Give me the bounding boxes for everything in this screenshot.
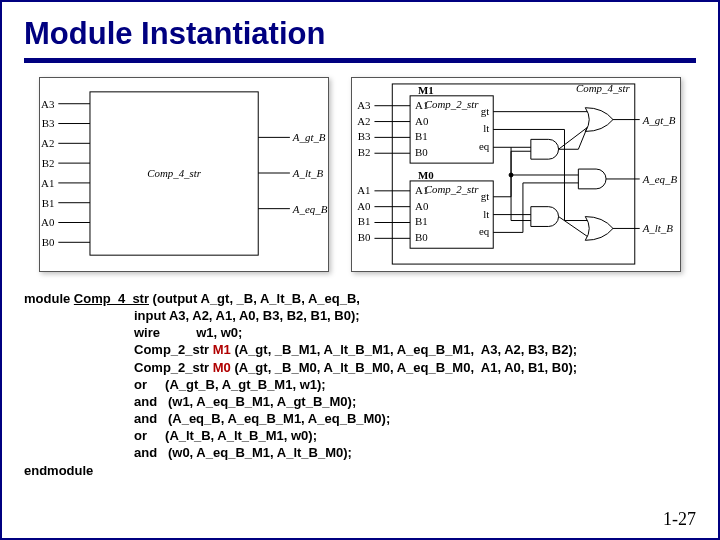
- svg-text:B0: B0: [415, 146, 428, 158]
- diagram-right: Comp_4_str M1 Comp_2_str A3A1 A2A0 B3B1 …: [351, 77, 681, 272]
- svg-text:gt: gt: [481, 105, 489, 117]
- svg-text:A0: A0: [415, 200, 429, 212]
- in-label: B3: [42, 117, 55, 129]
- in-label: B0: [42, 236, 55, 248]
- figure-row: A3 B3 A2 B2 A1: [24, 77, 696, 272]
- code-line: (A_gt, _B_M0, A_lt_B_M0, A_eq_B_M0, A1, …: [231, 360, 577, 375]
- subblock-m1: M1 Comp_2_str A3A1 A2A0 B3B1 B2B0 gt lt …: [357, 84, 493, 163]
- block-name: Comp_4_str: [147, 167, 202, 179]
- in-label: A1: [41, 177, 54, 189]
- inst-label: M0: [418, 169, 434, 181]
- type-label: Comp_2_str: [425, 98, 480, 110]
- diagram-left: A3 B3 A2 B2 A1: [39, 77, 329, 272]
- svg-text:A0: A0: [357, 200, 371, 212]
- code-block: module Comp_4_str (output A_gt, _B, A_lt…: [24, 290, 696, 479]
- svg-text:B1: B1: [358, 215, 371, 227]
- svg-text:gt: gt: [481, 190, 489, 202]
- page-number: 1-27: [663, 509, 696, 530]
- out-label: A_gt_B: [292, 131, 326, 143]
- svg-text:eq: eq: [479, 225, 490, 237]
- svg-text:A1: A1: [415, 184, 428, 196]
- code-line: input A3, A2, A1, A0, B3, B2, B1, B0);: [134, 308, 360, 323]
- type-label: Comp_2_str: [425, 183, 480, 195]
- svg-text:B1: B1: [415, 130, 428, 142]
- svg-text:B3: B3: [358, 130, 371, 142]
- svg-text:A1: A1: [415, 99, 428, 111]
- svg-text:A3: A3: [357, 99, 371, 111]
- svg-line-68: [559, 217, 588, 237]
- svg-text:B0: B0: [358, 231, 371, 243]
- inst-label: M1: [418, 84, 434, 96]
- out-label: A_lt_B: [292, 167, 324, 179]
- instance-name: M1: [213, 342, 231, 357]
- code-line: Comp_2_str: [134, 342, 213, 357]
- instance-name: M0: [213, 360, 231, 375]
- out-label: A_lt_B: [642, 222, 674, 234]
- in-label: A3: [41, 98, 55, 110]
- svg-text:lt: lt: [483, 208, 489, 220]
- kw-endmodule: endmodule: [24, 463, 93, 478]
- code-line: and (w0, A_eq_B_M1, A_lt_B_M0);: [134, 445, 352, 460]
- slide-title: Module Instantiation: [24, 16, 696, 52]
- slide: Module Instantiation A3 B3 A2: [2, 2, 718, 538]
- module-name: Comp_4_str: [74, 291, 149, 306]
- gate-network: [493, 108, 639, 241]
- left-outputs: A_gt_B A_lt_B A_eq_B: [258, 131, 327, 214]
- svg-text:A2: A2: [357, 115, 370, 127]
- out-label: A_gt_B: [642, 114, 676, 126]
- out-label: A_eq_B: [642, 173, 678, 185]
- in-label: B1: [42, 197, 55, 209]
- code-line: (A_gt, _B_M1, A_lt_B_M1, A_eq_B_M1, A3, …: [231, 342, 577, 357]
- in-label: A2: [41, 137, 54, 149]
- in-label: A0: [41, 216, 55, 228]
- code-line: and (A_eq_B, A_eq_B_M1, A_eq_B_M0);: [134, 411, 390, 426]
- title-underline: [24, 58, 696, 63]
- svg-text:B0: B0: [415, 231, 428, 243]
- svg-text:B1: B1: [415, 215, 428, 227]
- in-label: B2: [42, 157, 55, 169]
- left-inputs: A3 B3 A2 B2 A1: [41, 98, 90, 249]
- code-line: Comp_2_str: [134, 360, 213, 375]
- svg-text:A0: A0: [415, 115, 429, 127]
- outer-block-name: Comp_4_str: [576, 82, 631, 94]
- code-line: (output A_gt, _B, A_lt_B, A_eq_B,: [149, 291, 360, 306]
- svg-text:lt: lt: [483, 122, 489, 134]
- subblock-m0: M0 Comp_2_str A1A1 A0A0 B1B1 B0B0 gt lt …: [357, 169, 493, 248]
- svg-text:eq: eq: [479, 140, 490, 152]
- code-line: or (A_gt_B, A_gt_B_M1, w1);: [134, 377, 326, 392]
- kw-module: module: [24, 291, 70, 306]
- out-label: A_eq_B: [292, 203, 328, 215]
- svg-text:A1: A1: [357, 184, 370, 196]
- svg-text:B2: B2: [358, 146, 371, 158]
- code-line: or (A_lt_B, A_lt_B_M1, w0);: [134, 428, 317, 443]
- code-line: wire w1, w0;: [134, 325, 242, 340]
- code-line: and (w1, A_eq_B_M1, A_gt_B_M0);: [134, 394, 356, 409]
